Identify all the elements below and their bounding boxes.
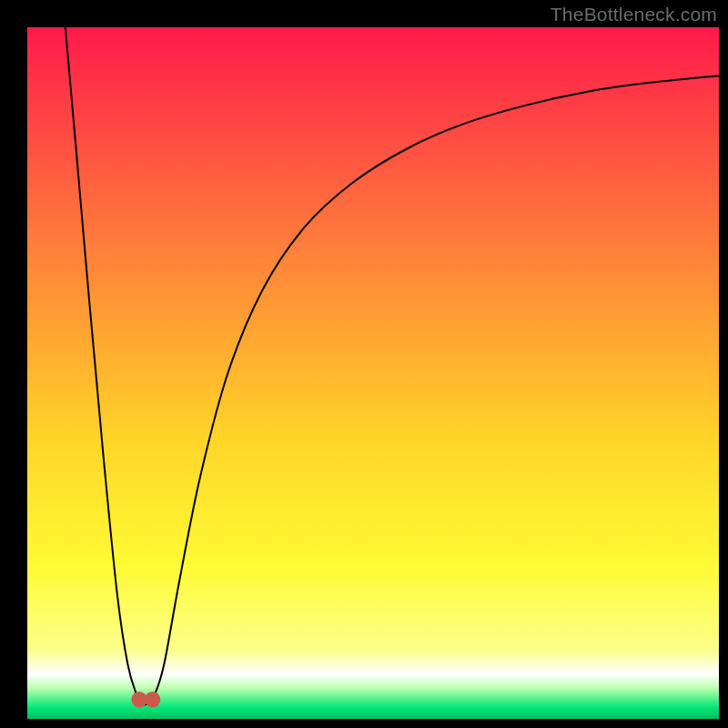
- plot-background: [27, 27, 719, 719]
- chart-frame: TheBottleneck.com: [0, 0, 728, 728]
- watermark-label: TheBottleneck.com: [551, 4, 717, 25]
- bottleneck-chart: [0, 0, 728, 728]
- dip_marker_right: [145, 692, 160, 707]
